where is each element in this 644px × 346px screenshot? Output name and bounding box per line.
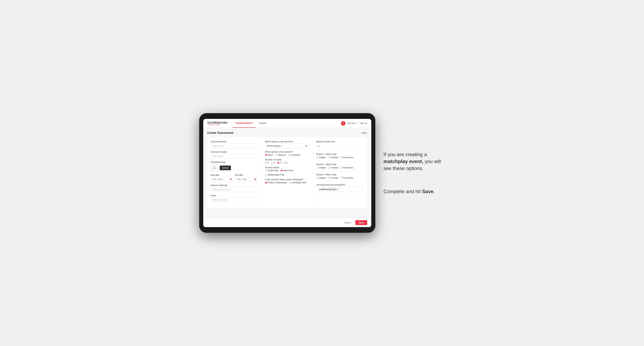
end-date-group: End date 📅 bbox=[235, 174, 258, 182]
round-2: 2 bbox=[271, 162, 275, 164]
gender-mens-label: Mens bbox=[268, 154, 273, 156]
upload-button[interactable]: Upload bbox=[220, 166, 231, 170]
back-link[interactable]: ← Back bbox=[359, 132, 367, 134]
division-group: Which division is the event for? NCAA Di… bbox=[265, 141, 310, 148]
gender-combined: Combined bbox=[288, 154, 300, 156]
round3-singles: Singles bbox=[316, 177, 326, 179]
rounds-radio-group: 1 2 3 bbox=[265, 162, 310, 164]
round3-match-type: Round 3 - Match Type Singles Fourball bbox=[316, 173, 364, 179]
teams-teams-radio[interactable] bbox=[265, 181, 268, 184]
round-4-radio[interactable] bbox=[284, 162, 286, 164]
tournament-host-group: Tournament Host bbox=[211, 141, 258, 148]
round-2-label: 2 bbox=[274, 162, 275, 164]
round1-singles-label: Singles bbox=[319, 156, 326, 159]
round1-singles-radio[interactable] bbox=[316, 156, 318, 159]
venue-label: Venue bbox=[211, 194, 258, 197]
scoring-match-label: Match Play bbox=[284, 170, 294, 172]
round2-foursomes-radio[interactable] bbox=[340, 167, 342, 169]
annotation-bottom-text2: . bbox=[434, 189, 435, 194]
teams-individuals-label: Individuals Only bbox=[292, 181, 306, 184]
tournament-name-label: Tournament name bbox=[211, 151, 258, 153]
teams-teams-label: Teams (+Individuals) bbox=[268, 181, 287, 184]
round2-singles-radio[interactable] bbox=[316, 167, 318, 169]
sponsor-input[interactable] bbox=[211, 187, 258, 192]
page-header: Create Tournament ← Back bbox=[207, 131, 367, 134]
rounds-label: Number of rounds bbox=[265, 159, 310, 161]
scoring-medal: Medal Match Play bbox=[265, 174, 284, 176]
round1-fourball-radio[interactable] bbox=[328, 156, 330, 159]
api-tag-close[interactable]: ✕ bbox=[336, 188, 338, 190]
round1-foursomes-radio[interactable] bbox=[340, 156, 342, 159]
max-team-size-label: Maximum Team Size bbox=[316, 141, 364, 143]
api-select-wrapper[interactable]: Leaderboard King ✕ ▾ bbox=[316, 187, 364, 192]
scoring-stroke: Stroke Play bbox=[265, 170, 278, 172]
tournament-logo-label: Tournament logo bbox=[211, 161, 258, 163]
tablet-device: SCOREBOARD Powered by clippt TOURNAMENTS… bbox=[199, 113, 376, 233]
annotation-area: If you are creating a matchplay event, y… bbox=[384, 151, 445, 195]
round3-foursomes-radio[interactable] bbox=[340, 177, 342, 179]
round1-fourball-label: Fourball bbox=[331, 156, 338, 159]
round1-label: Round 1 - Match Type bbox=[316, 153, 364, 155]
gender-womens-radio[interactable] bbox=[275, 154, 277, 156]
round-2-radio[interactable] bbox=[271, 162, 273, 164]
nav-tab-tournaments[interactable]: TOURNAMENTS bbox=[232, 119, 256, 128]
form-col-2: Which division is the event for? NCAA Di… bbox=[262, 141, 313, 205]
round1-foursomes: Foursomes bbox=[340, 156, 353, 159]
division-select[interactable]: NCAA Division I bbox=[265, 144, 310, 148]
scoring-stroke-label: Stroke Play bbox=[268, 170, 278, 172]
date-row: Start date 📅 End date bbox=[211, 174, 258, 182]
division-label: Which division is the event for? bbox=[265, 141, 310, 143]
teams-group: Is this event for Teams and/or Individua… bbox=[265, 178, 310, 184]
max-team-size-input[interactable] bbox=[316, 144, 328, 148]
round2-fourball-radio[interactable] bbox=[328, 167, 330, 169]
scoring-match-radio[interactable] bbox=[280, 170, 283, 172]
tournament-host-input[interactable] bbox=[211, 144, 258, 148]
gender-combined-radio[interactable] bbox=[288, 154, 290, 156]
nav-tab-teams[interactable]: TEAMS bbox=[256, 119, 269, 128]
logo-preview bbox=[211, 164, 218, 172]
api-tag: Leaderboard King ✕ bbox=[318, 188, 339, 191]
tournament-name-group: Tournament name bbox=[211, 151, 258, 159]
round-1-radio[interactable] bbox=[265, 162, 268, 164]
round1-singles: Singles bbox=[316, 156, 326, 159]
nav-right: T Test User | Sign out bbox=[341, 121, 367, 126]
cancel-button[interactable]: Cancel bbox=[342, 220, 354, 225]
round-3-radio[interactable] bbox=[277, 162, 280, 164]
annotation-bottom-text1: Complete and hit bbox=[384, 189, 422, 194]
start-date-wrapper: 📅 bbox=[211, 177, 234, 182]
round3-fourball-radio[interactable] bbox=[328, 177, 330, 179]
logo-text: SCOREBOARD bbox=[207, 121, 228, 124]
save-button[interactable]: Save bbox=[355, 220, 367, 225]
scoring-medal-radio[interactable] bbox=[265, 174, 268, 176]
gender-combined-label: Combined bbox=[291, 154, 300, 156]
calendar-icon-end: 📅 bbox=[254, 178, 256, 180]
sign-out-link[interactable]: Sign out bbox=[360, 122, 367, 124]
round-1: 1 bbox=[265, 162, 269, 164]
teams-individuals: Individuals Only bbox=[289, 181, 306, 184]
round1-match-type: Round 1 - Match Type Singles Fourball bbox=[316, 153, 364, 159]
venue-input[interactable] bbox=[211, 197, 258, 202]
gender-mens: Mens bbox=[265, 154, 273, 156]
api-group: Use third-party live scoring API? Leader… bbox=[316, 184, 364, 192]
gender-radio-group: Mens Womens Combined bbox=[265, 154, 310, 156]
scoring-match: Match Play bbox=[280, 170, 294, 172]
round2-singles: Singles bbox=[316, 167, 326, 169]
tournament-name-input[interactable] bbox=[211, 154, 258, 159]
round3-singles-radio[interactable] bbox=[316, 177, 318, 179]
gender-mens-radio[interactable] bbox=[265, 154, 268, 156]
sponsor-label: Sponsor (optional) bbox=[211, 184, 258, 186]
round2-foursomes: Foursomes bbox=[340, 167, 353, 169]
round3-label: Round 3 - Match Type bbox=[316, 173, 364, 176]
annotation-top-bold: matchplay event, bbox=[384, 159, 424, 164]
api-tag-value: Leaderboard King bbox=[319, 188, 336, 190]
round2-match-type: Round 2 - Match Type Singles Fourball bbox=[316, 163, 364, 169]
teams-label: Is this event for Teams and/or Individua… bbox=[265, 178, 310, 181]
end-date-label: End date bbox=[235, 174, 258, 176]
teams-radio-group: Teams (+Individuals) Individuals Only bbox=[265, 181, 310, 184]
round3-fourball-label: Fourball bbox=[331, 177, 338, 179]
teams-teams: Teams (+Individuals) bbox=[265, 181, 287, 184]
teams-individuals-radio[interactable] bbox=[289, 181, 291, 184]
venue-dropdown-icon: ▾ bbox=[255, 199, 256, 201]
scoring-stroke-radio[interactable] bbox=[265, 170, 268, 172]
user-avatar: T bbox=[341, 121, 346, 126]
